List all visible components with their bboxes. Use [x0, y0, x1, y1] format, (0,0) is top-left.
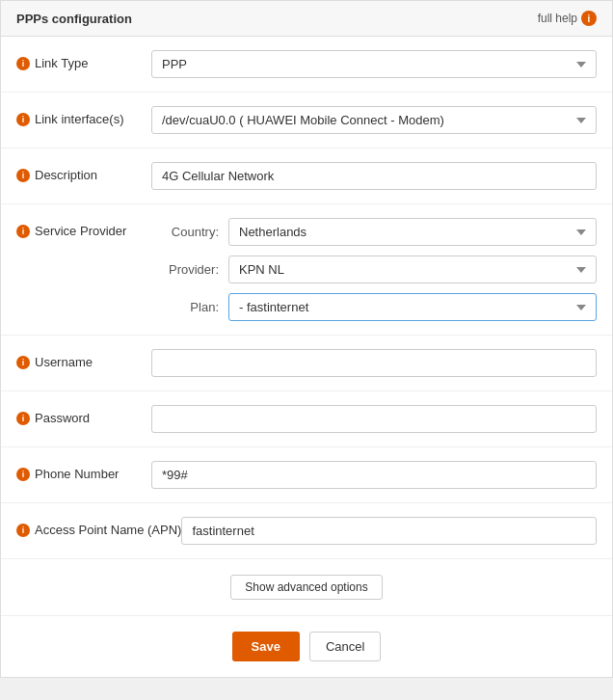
link-type-info-icon[interactable]: i — [16, 57, 30, 70]
password-row: i Password — [1, 391, 612, 447]
description-info-icon[interactable]: i — [16, 169, 30, 182]
username-row: i Username — [1, 336, 612, 391]
phone-number-input[interactable] — [151, 461, 597, 489]
username-input[interactable] — [151, 349, 597, 377]
footer-section: Save Cancel — [1, 616, 612, 677]
ppp-config-panel: PPPs configuration full help i i Link Ty… — [0, 0, 613, 678]
username-label: i Username — [16, 349, 151, 369]
help-icon[interactable]: i — [581, 11, 597, 26]
country-row: Country: Netherlands — [151, 218, 597, 246]
provider-control: KPN NL — [228, 256, 597, 283]
description-control — [151, 162, 597, 190]
apn-input[interactable] — [181, 517, 597, 545]
country-select[interactable]: Netherlands — [228, 218, 597, 246]
service-provider-row: i Service Provider Country: Netherlands … — [1, 204, 612, 336]
link-interfaces-label: i Link interface(s) — [16, 106, 151, 126]
save-button[interactable]: Save — [232, 632, 300, 661]
country-label: Country: — [151, 225, 219, 239]
phone-number-info-icon[interactable]: i — [16, 468, 30, 481]
apn-control — [181, 517, 597, 545]
full-help-area: full help i — [538, 11, 597, 26]
link-type-control: PPP — [151, 50, 597, 78]
plan-label: Plan: — [151, 300, 219, 314]
username-info-icon[interactable]: i — [16, 356, 30, 369]
link-interfaces-select[interactable]: /dev/cuaU0.0 ( HUAWEI Mobile Connect - M… — [151, 106, 597, 134]
service-provider-info-icon[interactable]: i — [16, 225, 30, 238]
service-provider-control: Country: Netherlands Provider: KPN NL Pl… — [151, 218, 597, 321]
apn-info-icon[interactable]: i — [16, 524, 30, 537]
panel-title: PPPs configuration — [16, 12, 132, 26]
panel-header: PPPs configuration full help i — [1, 1, 612, 37]
phone-number-control — [151, 461, 597, 489]
password-info-icon[interactable]: i — [16, 412, 30, 425]
password-label: i Password — [16, 405, 151, 425]
provider-row: Provider: KPN NL — [151, 256, 597, 283]
phone-number-label: i Phone Number — [16, 461, 151, 481]
full-help-label: full help — [538, 12, 577, 25]
link-type-select[interactable]: PPP — [151, 50, 597, 78]
plan-row: Plan: - fastinternet — [151, 293, 597, 321]
password-input[interactable] — [151, 405, 597, 433]
show-advanced-button[interactable]: Show advanced options — [230, 575, 382, 600]
description-row: i Description — [1, 148, 612, 204]
plan-control: - fastinternet — [228, 293, 597, 321]
description-label: i Description — [16, 162, 151, 182]
provider-select[interactable]: KPN NL — [228, 256, 597, 283]
username-control — [151, 349, 597, 377]
country-control: Netherlands — [228, 218, 597, 246]
password-control — [151, 405, 597, 433]
link-interfaces-row: i Link interface(s) /dev/cuaU0.0 ( HUAWE… — [1, 93, 612, 148]
phone-number-row: i Phone Number — [1, 447, 612, 503]
cancel-button[interactable]: Cancel — [309, 632, 381, 661]
link-interfaces-info-icon[interactable]: i — [16, 113, 30, 126]
link-interfaces-control: /dev/cuaU0.0 ( HUAWEI Mobile Connect - M… — [151, 106, 597, 134]
description-input[interactable] — [151, 162, 597, 190]
apn-label: i Access Point Name (APN) — [16, 517, 181, 537]
link-type-row: i Link Type PPP — [1, 37, 612, 93]
provider-label: Provider: — [151, 262, 219, 277]
link-type-label: i Link Type — [16, 50, 151, 70]
plan-select[interactable]: - fastinternet — [228, 293, 597, 321]
apn-row: i Access Point Name (APN) — [1, 503, 612, 559]
service-provider-label: i Service Provider — [16, 218, 151, 238]
advanced-section: Show advanced options — [1, 559, 612, 616]
